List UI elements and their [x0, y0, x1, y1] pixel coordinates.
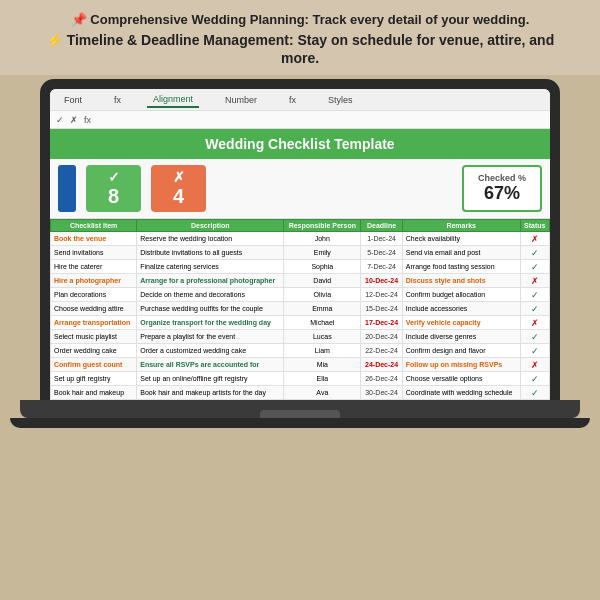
ribbon-tab-fx1[interactable]: fx [108, 93, 127, 107]
cell-check-icon: ✓ [56, 115, 64, 125]
cell-person: Emma [284, 302, 361, 316]
cell-item: Confirm guest count [51, 358, 137, 372]
cell-deadline: 12-Dec-24 [361, 288, 403, 302]
cell-deadline: 7-Dec-24 [361, 260, 403, 274]
cell-person: Mia [284, 358, 361, 372]
checked-count: 8 [108, 185, 119, 208]
ribbon-tab-styles[interactable]: Styles [322, 93, 359, 107]
table-row: Hire a photographer Arrange for a profes… [51, 274, 550, 288]
cell-deadline: 1-Dec-24 [361, 232, 403, 246]
cell-person: Emily [284, 246, 361, 260]
percent-label: Checked % [478, 173, 526, 183]
cell-x-icon: ✗ [70, 115, 78, 125]
cell-item: Choose wedding attire [51, 302, 137, 316]
cell-deadline: 20-Dec-24 [361, 330, 403, 344]
cell-deadline: 17-Dec-24 [361, 316, 403, 330]
cell-status: ✗ [520, 274, 549, 288]
cell-status: ✓ [520, 344, 549, 358]
checklist-table: Checklist Item Description Responsible P… [50, 219, 550, 400]
cell-deadline: 26-Dec-24 [361, 372, 403, 386]
cell-status: ✗ [520, 316, 549, 330]
top-line2: ⚡ Timeline & Deadline Management: Stay o… [30, 31, 570, 67]
table-row: Confirm guest count Ensure all RSVPs are… [51, 358, 550, 372]
cell-item: Select music playlist [51, 330, 137, 344]
top-line1: 📌 Comprehensive Wedding Planning: Track … [30, 12, 570, 27]
cell-person: Lucas [284, 330, 361, 344]
cell-person: John [284, 232, 361, 246]
cell-status: ✓ [520, 386, 549, 400]
cell-desc: Book hair and makeup artists for the day [137, 386, 284, 400]
cell-remarks: Discuss style and shots [402, 274, 520, 288]
cell-remarks: Verify vehicle capacity [402, 316, 520, 330]
summary-row: ✓ 8 ✗ 4 Checked % 67% [50, 159, 550, 219]
table-row: Send invitations Distribute invitations … [51, 246, 550, 260]
cell-person: Liam [284, 344, 361, 358]
cell-deadline: 10-Dec-24 [361, 274, 403, 288]
cell-status: ✓ [520, 260, 549, 274]
col-header-item: Checklist Item [51, 220, 137, 232]
cell-status: ✓ [520, 246, 549, 260]
cell-item: Set up gift registry [51, 372, 137, 386]
cell-desc: Prepare a playlist for the event [137, 330, 284, 344]
cell-item: Send invitations [51, 246, 137, 260]
cell-desc: Order a customized wedding cake [137, 344, 284, 358]
cell-remarks: Choose versatile options [402, 372, 520, 386]
laptop-frame: Font fx Alignment Number fx Styles ✓ ✗ f… [40, 79, 560, 400]
cell-person: Olivia [284, 288, 361, 302]
ribbon-tab-alignment[interactable]: Alignment [147, 92, 199, 108]
checked-cell: ✓ 8 [86, 165, 141, 212]
formula-bar: ✓ ✗ fx [50, 111, 550, 129]
table-row: Select music playlist Prepare a playlist… [51, 330, 550, 344]
cell-desc: Ensure all RSVPs are accounted for [137, 358, 284, 372]
ribbon-tab-number[interactable]: Number [219, 93, 263, 107]
unchecked-cell: ✗ 4 [151, 165, 206, 212]
cell-desc: Decide on theme and decorations [137, 288, 284, 302]
cell-status: ✗ [520, 232, 549, 246]
table-row: Book the venue Reserve the wedding locat… [51, 232, 550, 246]
col-header-remarks: Remarks [402, 220, 520, 232]
cell-person: Ava [284, 386, 361, 400]
col-header-desc: Description [137, 220, 284, 232]
laptop-base [20, 400, 580, 418]
cell-item: Arrange transportation [51, 316, 137, 330]
ribbon-tab-font[interactable]: Font [58, 93, 88, 107]
cell-desc: Finalize catering services [137, 260, 284, 274]
cell-person: Michael [284, 316, 361, 330]
cell-status: ✓ [520, 288, 549, 302]
cell-deadline: 30-Dec-24 [361, 386, 403, 400]
laptop-notch [260, 410, 340, 418]
table-row: Choose wedding attire Purchase wedding o… [51, 302, 550, 316]
cell-remarks: Include diverse genres [402, 330, 520, 344]
cell-deadline: 15-Dec-24 [361, 302, 403, 316]
cell-desc: Distribute invitations to all guests [137, 246, 284, 260]
table-row: Book hair and makeup Book hair and makeu… [51, 386, 550, 400]
table-row: Order wedding cake Order a customized we… [51, 344, 550, 358]
cell-status: ✓ [520, 302, 549, 316]
laptop-bottom [10, 418, 590, 428]
cell-deadline: 24-Dec-24 [361, 358, 403, 372]
cell-remarks: Confirm design and flavor [402, 344, 520, 358]
cell-person: Ella [284, 372, 361, 386]
cell-desc: Purchase wedding outfits for the couple [137, 302, 284, 316]
ribbon-tab-fx2[interactable]: fx [283, 93, 302, 107]
check-symbol: ✓ [108, 169, 120, 185]
cell-item: Hire a photographer [51, 274, 137, 288]
cell-desc: Reserve the wedding location [137, 232, 284, 246]
col-header-deadline: Deadline [361, 220, 403, 232]
cell-remarks: Check availability [402, 232, 520, 246]
table-row: Arrange transportation Organize transpor… [51, 316, 550, 330]
cell-deadline: 5-Dec-24 [361, 246, 403, 260]
laptop-screen: Font fx Alignment Number fx Styles ✓ ✗ f… [50, 89, 550, 400]
cell-item: Plan decorations [51, 288, 137, 302]
table-row: Set up gift registry Set up an online/of… [51, 372, 550, 386]
x-symbol: ✗ [173, 169, 185, 185]
formula-icon: fx [84, 115, 91, 125]
cell-person: David [284, 274, 361, 288]
cell-desc: Organize transport for the wedding day [137, 316, 284, 330]
cell-status: ✓ [520, 330, 549, 344]
cell-item: Book hair and makeup [51, 386, 137, 400]
cell-desc: Arrange for a professional photographer [137, 274, 284, 288]
table-row: Plan decorations Decide on theme and dec… [51, 288, 550, 302]
ribbon-bar: Font fx Alignment Number fx Styles [50, 89, 550, 111]
percent-value: 67% [484, 183, 520, 204]
